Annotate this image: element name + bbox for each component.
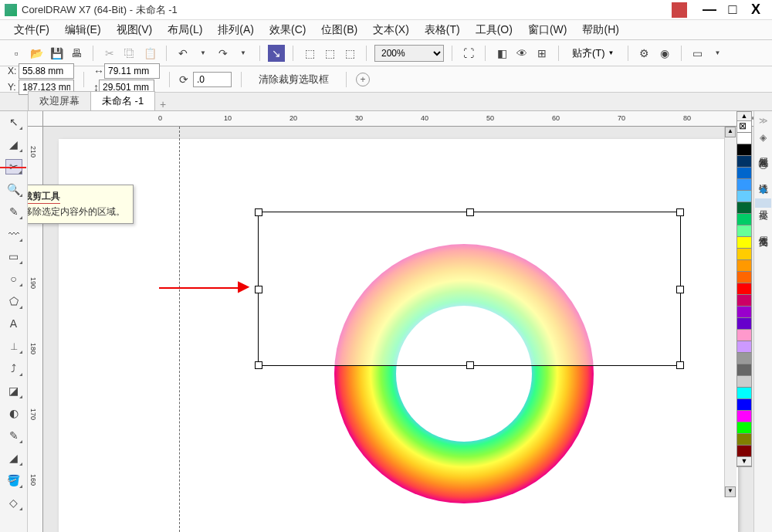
- crop-handle-w[interactable]: [255, 286, 262, 293]
- save-icon[interactable]: 💾: [48, 45, 65, 62]
- menu-arrange[interactable]: 排列(A): [210, 23, 262, 37]
- export-icon[interactable]: ⬚: [321, 45, 338, 62]
- docker-icon-1[interactable]: ◈: [757, 130, 770, 144]
- tab-welcome[interactable]: 欢迎屏幕: [28, 91, 91, 110]
- docker-lens-icon[interactable]: ◯: [757, 157, 770, 171]
- minimize-button[interactable]: —: [698, 2, 721, 18]
- tab-document[interactable]: 未命名 -1: [90, 91, 155, 110]
- paste-icon[interactable]: 📋: [141, 45, 158, 62]
- scroll-down-button[interactable]: ▼: [725, 486, 736, 497]
- redo-icon[interactable]: ↷: [215, 45, 232, 62]
- redo-dropdown-icon[interactable]: ▼: [235, 45, 252, 62]
- color-swatch[interactable]: [737, 272, 751, 283]
- import-icon[interactable]: ⬚: [301, 45, 318, 62]
- color-swatch[interactable]: [737, 364, 751, 376]
- width-input[interactable]: [104, 63, 160, 79]
- color-swatch[interactable]: [737, 214, 751, 225]
- crop-handle-nw[interactable]: [255, 208, 262, 216]
- color-swatch[interactable]: [737, 260, 751, 272]
- color-swatch[interactable]: [737, 283, 751, 295]
- color-swatch[interactable]: [737, 330, 751, 341]
- menu-window[interactable]: 窗口(W): [520, 23, 575, 37]
- menu-tools[interactable]: 工具(O): [468, 23, 520, 37]
- color-swatch[interactable]: [737, 399, 751, 411]
- color-swatch[interactable]: [737, 318, 751, 330]
- launch-dropdown-icon[interactable]: ▼: [709, 45, 726, 62]
- smart-fill-icon[interactable]: 🪣: [5, 473, 22, 488]
- canvas-area[interactable]: 毫米 0102030405060708090 21020019018017016…: [28, 111, 753, 532]
- docker-text-icon[interactable]: A: [757, 209, 770, 223]
- color-swatch[interactable]: [737, 388, 751, 399]
- launch-icon[interactable]: ▭: [689, 45, 706, 62]
- menu-view[interactable]: 视图(V): [109, 23, 161, 37]
- crop-handle-e[interactable]: [676, 286, 684, 293]
- new-icon[interactable]: ▫: [8, 45, 25, 62]
- align-icon[interactable]: ◧: [493, 45, 510, 62]
- color-swatch[interactable]: [737, 353, 751, 364]
- open-icon[interactable]: 📂: [28, 45, 45, 62]
- color-swatch[interactable]: [737, 295, 751, 307]
- tab-add-button[interactable]: +: [154, 98, 171, 110]
- color-swatch[interactable]: [737, 307, 751, 318]
- pick-tool-icon[interactable]: ↖: [5, 114, 22, 130]
- color-swatch[interactable]: [737, 133, 751, 144]
- docker-hints[interactable]: 提示: [755, 198, 771, 208]
- object-icon[interactable]: ◉: [656, 45, 673, 62]
- parallel-dim-icon[interactable]: ⟂: [5, 338, 22, 354]
- copy-icon[interactable]: ⿻: [121, 45, 138, 62]
- view-icon[interactable]: 👁: [513, 45, 530, 62]
- docker-hints-icon[interactable]: ◆: [757, 183, 770, 197]
- color-swatch[interactable]: [737, 422, 751, 434]
- snap-dropdown[interactable]: 贴齐(T) ▼: [567, 45, 620, 62]
- undo-icon[interactable]: ↶: [174, 45, 191, 62]
- color-swatch[interactable]: [737, 341, 751, 353]
- undo-dropdown-icon[interactable]: ▼: [195, 45, 212, 62]
- crop-handle-n[interactable]: [466, 208, 474, 216]
- polygon-tool-icon[interactable]: ⬠: [5, 293, 22, 309]
- menu-table[interactable]: 表格(T): [417, 23, 468, 37]
- grid-icon[interactable]: ⊞: [533, 45, 550, 62]
- menu-help[interactable]: 帮助(H): [574, 23, 626, 37]
- outline-tool-icon[interactable]: ◇: [5, 495, 22, 510]
- crop-handle-s[interactable]: [466, 361, 474, 369]
- shape-tool-icon[interactable]: ◢: [5, 137, 22, 152]
- options-icon[interactable]: ⚙: [636, 45, 653, 62]
- color-swatch[interactable]: [737, 225, 751, 237]
- scroll-up-button[interactable]: ▲: [725, 127, 736, 137]
- add-preset-button[interactable]: +: [356, 73, 370, 86]
- x-position-input[interactable]: [19, 63, 74, 79]
- crop-handle-ne[interactable]: [676, 208, 684, 216]
- color-swatch[interactable]: [737, 179, 751, 191]
- color-swatch[interactable]: [737, 156, 751, 168]
- color-swatch[interactable]: [737, 434, 751, 446]
- text-tool-icon[interactable]: A: [5, 316, 22, 331]
- print-icon[interactable]: 🖶: [68, 45, 85, 62]
- zoom-tool-icon[interactable]: 🔍: [5, 181, 22, 197]
- color-swatch[interactable]: [737, 144, 751, 156]
- crop-handle-se[interactable]: [676, 361, 684, 369]
- crop-handle-sw[interactable]: [255, 361, 262, 369]
- maximize-button[interactable]: □: [721, 2, 744, 18]
- color-swatch[interactable]: [737, 202, 751, 214]
- color-swatch[interactable]: [737, 376, 751, 388]
- ellipse-tool-icon[interactable]: ○: [5, 271, 22, 286]
- palette-scroll-down[interactable]: ▼: [737, 457, 751, 466]
- docker-lens[interactable]: 透镜: [755, 172, 771, 181]
- menu-edit[interactable]: 编辑(E): [57, 23, 109, 37]
- vertical-scrollbar[interactable]: ▲ ▼: [724, 127, 736, 497]
- clear-crop-button[interactable]: 清除裁剪选取框: [251, 71, 337, 88]
- eyedropper-icon[interactable]: ✎: [5, 428, 22, 443]
- interactive-fill-icon[interactable]: ◢: [5, 450, 22, 466]
- close-button[interactable]: X: [744, 2, 767, 18]
- freehand-tool-icon[interactable]: ✎: [5, 204, 22, 219]
- menu-text[interactable]: 文本(X): [365, 23, 417, 37]
- vertical-guide[interactable]: [179, 127, 180, 532]
- color-swatch[interactable]: [737, 237, 751, 249]
- user-icon[interactable]: [672, 2, 687, 18]
- docker-object-properties[interactable]: 对象属性: [755, 146, 771, 155]
- crop-selection[interactable]: [258, 212, 681, 366]
- color-swatch[interactable]: [737, 411, 751, 422]
- no-color-swatch[interactable]: ⊠: [737, 121, 751, 133]
- transparency-icon[interactable]: ◐: [5, 405, 22, 421]
- rectangle-tool-icon[interactable]: ▭: [5, 249, 22, 264]
